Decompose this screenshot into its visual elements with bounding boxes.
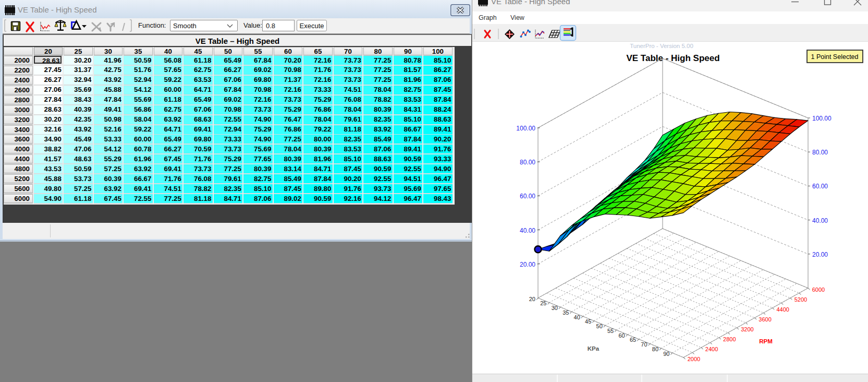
svg-text:35: 35 [563, 309, 569, 316]
svg-text:VE Table - High Speed: VE Table - High Speed [626, 53, 719, 63]
svg-text:3200: 3200 [741, 326, 753, 332]
svg-text:20.00: 20.00 [520, 261, 535, 268]
svg-text:TunerPro - Version 5.00: TunerPro - Version 5.00 [630, 43, 693, 49]
svg-text:KPa: KPa [588, 345, 600, 352]
svg-text:45: 45 [585, 318, 591, 325]
svg-text:65: 65 [630, 337, 636, 343]
svg-text:80.00: 80.00 [520, 159, 535, 166]
svg-text:60: 60 [618, 332, 625, 339]
svg-text:50: 50 [596, 323, 603, 329]
svg-text:20: 20 [529, 296, 535, 302]
svg-text:1 Point Selected: 1 Point Selected [811, 53, 858, 61]
svg-text:80: 80 [652, 346, 658, 352]
svg-text:20.00: 20.00 [812, 251, 828, 258]
svg-text:3600: 3600 [759, 316, 771, 323]
svg-text:40: 40 [574, 314, 580, 320]
svg-text:70: 70 [641, 341, 647, 348]
svg-text:2000: 2000 [688, 356, 700, 362]
svg-text:25: 25 [540, 300, 546, 306]
svg-text:2400: 2400 [705, 346, 718, 352]
svg-text:2800: 2800 [723, 336, 736, 342]
svg-text:90: 90 [663, 351, 669, 357]
svg-text:40.00: 40.00 [520, 227, 535, 234]
svg-text:55: 55 [607, 328, 614, 334]
svg-text:60.00: 60.00 [812, 183, 828, 190]
svg-text:30: 30 [552, 305, 558, 311]
svg-text:40.00: 40.00 [812, 217, 828, 224]
svg-text:100.00: 100.00 [516, 125, 535, 132]
svg-text:100.00: 100.00 [812, 115, 832, 122]
svg-text:6000: 6000 [812, 286, 825, 293]
svg-text:5200: 5200 [794, 296, 807, 303]
svg-text:RPM: RPM [759, 338, 773, 344]
svg-text:80.00: 80.00 [812, 149, 828, 156]
svg-text:4400: 4400 [776, 306, 789, 313]
svg-text:60.00: 60.00 [520, 193, 535, 200]
